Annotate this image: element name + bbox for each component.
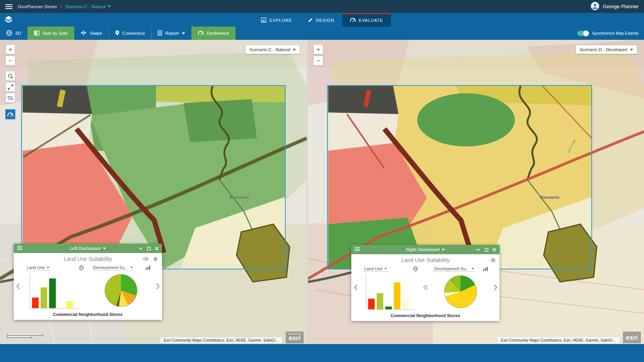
esri-logo[interactable]: esri (623, 332, 641, 343)
left-scenario-selector[interactable]: Scenario C - Natural (246, 45, 300, 54)
report-button[interactable]: Report (151, 27, 192, 40)
carousel-prev-icon[interactable] (352, 265, 359, 310)
map-pin-icon (115, 30, 119, 36)
caret-down-icon (630, 49, 633, 51)
caret-down-icon (108, 5, 111, 7)
globe-icon[interactable] (79, 265, 84, 270)
right-scenario-selector[interactable]: Scenario D - Developed (576, 45, 637, 54)
3d-button-label: 3D (15, 31, 21, 36)
map-attribution: Esri Community Maps Contributors, Esri, … (160, 337, 282, 343)
user-menu[interactable]: George Planner (591, 2, 639, 12)
gear-icon[interactable] (153, 257, 158, 262)
tab-evaluate-label: EVALUATE (359, 18, 383, 23)
explore-icon (261, 18, 267, 23)
place-label-monsanto: Monsanto (229, 195, 249, 200)
globe-icon[interactable] (413, 266, 418, 271)
panel-menu-icon[interactable] (17, 246, 22, 251)
tab-evaluate[interactable]: EVALUATE (342, 13, 391, 27)
swipe-button[interactable]: Swipe (74, 27, 109, 40)
caret-down-icon (130, 267, 133, 268)
esri-wordmark: esri (286, 335, 304, 341)
right-map[interactable]: + − Scenario D - Developed Monsanto Seal… (308, 40, 644, 344)
right-dashboard-title-dropdown[interactable]: Right Dashboard (406, 247, 445, 252)
tab-explore[interactable]: EXPLORE (253, 13, 300, 27)
place-label-monsanto: Monsanto (540, 195, 559, 200)
scale-bar (7, 334, 43, 338)
bar (41, 287, 47, 308)
dashboard-tool-button[interactable] (5, 109, 15, 119)
close-panel-icon[interactable] (493, 248, 496, 251)
side-by-side-label: Side by Side (43, 31, 68, 36)
avatar (591, 2, 600, 12)
right-dashboard-panel: Right Dashboard Land Use Suitability (351, 245, 500, 321)
left-dashboard-title: Left Dashboard (70, 246, 101, 251)
hamburger-menu-icon[interactable] (5, 4, 12, 9)
bar (49, 278, 56, 308)
zoom-in-button[interactable]: + (5, 45, 15, 54)
tab-design-label: DESIGN (316, 18, 334, 23)
land-use-selector[interactable]: Land Use (363, 266, 388, 272)
consensus-button[interactable]: Consensus (109, 27, 152, 40)
dashboard-button[interactable]: Dashboard (192, 27, 235, 40)
carousel-next-icon[interactable] (154, 264, 161, 309)
app-title: GeoPlanner Demo (18, 4, 57, 9)
globe-3d-icon (6, 30, 12, 37)
collapse-panel-icon[interactable] (139, 247, 143, 250)
left-dashboard-panel: Left Dashboard Land Use Suitability (14, 244, 162, 320)
development-suitability-selector[interactable]: Development Su... (92, 265, 134, 271)
3d-button[interactable]: 3D (0, 27, 28, 40)
left-dashboard-header[interactable]: Left Dashboard (14, 244, 162, 253)
carousel-page-back-icon[interactable] (422, 265, 429, 310)
esri-logo[interactable]: Powered by esri (286, 332, 304, 343)
tab-design[interactable]: DESIGN (300, 13, 342, 27)
left-dashboard-title-dropdown[interactable]: Left Dashboard (70, 246, 106, 251)
breadcrumb-separator: / (60, 4, 62, 9)
caret-down-icon (47, 267, 49, 268)
zoom-out-button[interactable]: − (5, 56, 15, 66)
bar (368, 299, 375, 309)
development-suitability-selector-label: Development Su... (434, 266, 470, 271)
evaluate-toolbar: 3D Side by Side Swipe Consensus Report D… (0, 27, 644, 40)
zoom-in-button[interactable]: + (313, 45, 323, 54)
expand-icon (8, 84, 13, 90)
column-chart-icon[interactable] (146, 266, 150, 270)
map-area: + − Scenario C - Natural Monsanto Seal C… (0, 40, 644, 344)
close-panel-icon[interactable] (155, 247, 158, 250)
carousel-next-icon[interactable] (492, 265, 499, 310)
sync-extents-toggle[interactable] (577, 31, 589, 36)
development-suitability-selector[interactable]: Development Su... (433, 266, 475, 272)
side-by-side-button[interactable]: Side by Side (28, 27, 75, 40)
scenario-breadcrumb-link[interactable]: Scenario C - Natural (65, 4, 111, 9)
development-suitability-pie-chart (444, 275, 477, 308)
zoom-out-button[interactable]: − (313, 56, 323, 66)
left-dashboard-body: Land Use Suitability Land Use (14, 253, 162, 320)
maximize-panel-icon[interactable] (485, 248, 488, 251)
bar (66, 301, 73, 308)
gear-icon[interactable] (491, 258, 496, 263)
widget-title: Land Use Suitability (401, 257, 450, 263)
column-chart-icon[interactable] (483, 267, 488, 271)
dashboard-label: Dashboard (207, 31, 229, 36)
development-suitability-chart-card: Development Su... (429, 265, 492, 310)
collapse-panel-icon[interactable] (476, 248, 480, 251)
expand-extent-button[interactable] (5, 82, 15, 92)
right-dashboard-body: Land Use Suitability Land Use (351, 254, 500, 321)
caret-down-icon (293, 49, 296, 51)
search-button[interactable] (5, 71, 15, 81)
bar (58, 305, 64, 308)
swap-scenarios-button[interactable] (5, 93, 15, 103)
land-use-selector[interactable]: Land Use (25, 265, 50, 271)
topbar: GeoPlanner Demo / Scenario C - Natural G… (0, 0, 644, 13)
layers-button[interactable] (0, 13, 17, 27)
caret-down-icon (103, 248, 106, 250)
document-icon (158, 30, 162, 36)
right-dashboard-header[interactable]: Right Dashboard (351, 245, 500, 254)
maximize-panel-icon[interactable] (147, 247, 151, 250)
land-use-bar-chart (366, 275, 416, 310)
eye-icon[interactable] (143, 257, 149, 261)
right-scenario-label: Scenario D - Developed (580, 47, 627, 52)
consensus-label: Consensus (123, 31, 145, 36)
carousel-prev-icon[interactable] (14, 264, 21, 309)
panel-menu-icon[interactable] (355, 247, 360, 252)
left-map[interactable]: + − Scenario C - Natural Monsanto Seal C… (0, 40, 307, 344)
